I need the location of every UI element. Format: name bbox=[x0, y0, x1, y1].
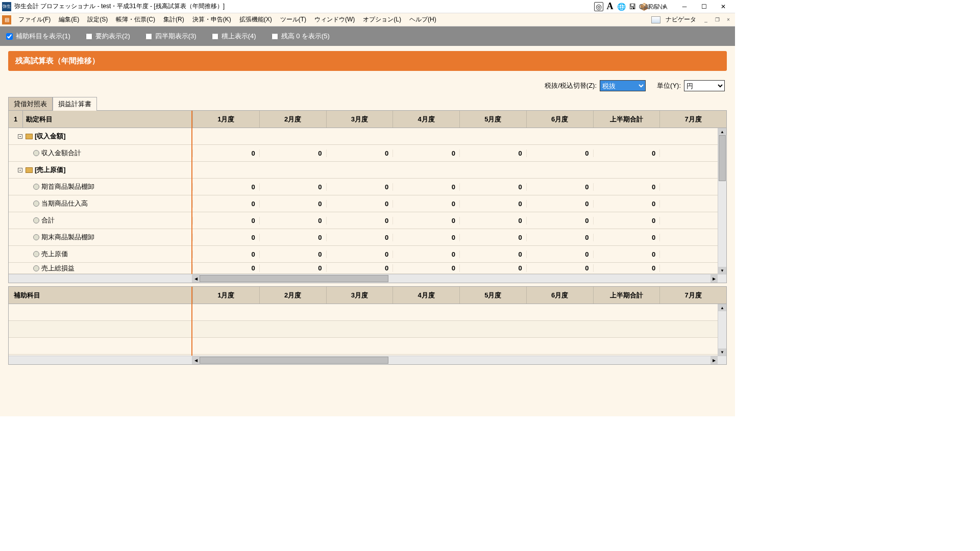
value-row: 00000000 bbox=[192, 195, 726, 212]
option-checkbox[interactable] bbox=[272, 33, 278, 40]
month-header: 6月度 bbox=[526, 111, 593, 128]
tax-toggle-label: 税抜/税込切替(Z): bbox=[545, 81, 597, 90]
tax-toggle-select[interactable]: 税抜 bbox=[600, 80, 646, 91]
maximize-button[interactable]: ☐ bbox=[694, 1, 714, 12]
value-row: 00000000 bbox=[192, 229, 726, 246]
value-cell: 0 bbox=[526, 264, 593, 272]
display-option[interactable]: 補助科目を表示(1) bbox=[6, 32, 70, 41]
value-cell: 0 bbox=[326, 264, 393, 272]
menu-item[interactable]: オプション(L) bbox=[359, 13, 405, 26]
mdi-minimize-button[interactable]: _ bbox=[701, 16, 710, 23]
account-label: 収入金額合計 bbox=[41, 148, 81, 158]
menu-item[interactable]: 決算・申告(K) bbox=[188, 13, 235, 26]
menu-item[interactable]: 拡張機能(X) bbox=[235, 13, 276, 26]
menu-item[interactable]: 集計(R) bbox=[159, 13, 188, 26]
hscroll-thumb[interactable] bbox=[200, 275, 388, 282]
option-checkbox[interactable] bbox=[86, 33, 92, 40]
value-cell: 0 bbox=[259, 264, 326, 272]
value-cell: 0 bbox=[526, 183, 593, 191]
menu-item[interactable]: ヘルプ(H) bbox=[405, 13, 440, 26]
mdi-restore-button[interactable]: ❐ bbox=[713, 16, 722, 23]
scroll-left-icon[interactable]: ◀ bbox=[192, 274, 200, 283]
value-cell: 0 bbox=[593, 217, 660, 224]
option-checkbox[interactable] bbox=[145, 33, 152, 40]
month-header: 4月度 bbox=[393, 111, 459, 128]
scroll-thumb[interactable] bbox=[719, 135, 726, 181]
scroll-up-icon[interactable]: ▲ bbox=[718, 128, 726, 135]
scroll-down-icon[interactable]: ▼ bbox=[718, 348, 726, 356]
value-cell: 0 bbox=[526, 149, 593, 157]
display-option[interactable]: 四半期表示(3) bbox=[145, 32, 197, 41]
value-cell: 0 bbox=[459, 149, 526, 157]
scroll-right-icon[interactable]: ▶ bbox=[710, 274, 718, 283]
hscroll-thumb[interactable] bbox=[200, 357, 388, 364]
circle-icon[interactable]: ◎ bbox=[594, 2, 603, 11]
value-row: 00000000 bbox=[192, 246, 726, 263]
main-vertical-scrollbar[interactable]: ▲ ▼ bbox=[718, 128, 726, 274]
display-option[interactable]: 残高 0 を表示(5) bbox=[272, 32, 330, 41]
tabs: 貸借対照表損益計算書 bbox=[8, 96, 727, 110]
tree-collapse-icon[interactable]: - bbox=[18, 168, 22, 172]
option-checkbox[interactable] bbox=[212, 33, 218, 40]
level-header[interactable]: 1 bbox=[9, 111, 23, 128]
display-option[interactable]: 要約表示(2) bbox=[86, 32, 130, 41]
menu-item[interactable]: ウィンドウ(W) bbox=[310, 13, 359, 26]
account-row[interactable]: 期首商品製品棚卸 bbox=[9, 179, 191, 195]
navigator-label[interactable]: ナビゲータ bbox=[663, 15, 699, 24]
value-cell: 0 bbox=[326, 251, 393, 258]
value-cell: 0 bbox=[259, 251, 326, 258]
mdi-close-button[interactable]: × bbox=[724, 16, 733, 23]
menu-item[interactable]: 設定(S) bbox=[83, 13, 112, 26]
menu-item[interactable]: ツール(T) bbox=[276, 13, 310, 26]
sub-horizontal-scrollbar[interactable]: ◀ ▶ bbox=[9, 356, 726, 364]
month-header: 2月度 bbox=[259, 287, 326, 304]
value-cell: 0 bbox=[459, 217, 526, 224]
month-header: 1月度 bbox=[192, 111, 259, 128]
sub-account-header: 補助科目 bbox=[9, 287, 191, 304]
value-cell: 0 bbox=[659, 217, 726, 224]
account-row[interactable]: -[売上原価] bbox=[9, 162, 191, 179]
value-cell: 0 bbox=[459, 264, 526, 272]
scroll-down-icon[interactable]: ▼ bbox=[718, 267, 726, 274]
save-icon[interactable]: 🖫 bbox=[628, 2, 637, 11]
menu-item[interactable]: 編集(E) bbox=[55, 13, 83, 26]
scroll-left-icon[interactable]: ◀ bbox=[192, 356, 200, 364]
account-label: [収入金額] bbox=[35, 132, 66, 141]
value-cell: 0 bbox=[259, 149, 326, 157]
menu-item[interactable]: ファイル(F) bbox=[14, 13, 55, 26]
value-cell: 0 bbox=[459, 234, 526, 241]
scroll-up-icon[interactable]: ▲ bbox=[718, 304, 726, 311]
account-row[interactable]: 売上総損益 bbox=[9, 263, 191, 274]
account-row[interactable]: 売上原価 bbox=[9, 246, 191, 263]
account-row[interactable]: 合計 bbox=[9, 212, 191, 229]
tree-collapse-icon[interactable]: - bbox=[18, 134, 22, 139]
value-row: 00000000 bbox=[192, 179, 726, 195]
value-cell: 0 bbox=[192, 264, 259, 272]
account-row[interactable]: 期末商品製品棚卸 bbox=[9, 229, 191, 246]
value-cell: 0 bbox=[526, 200, 593, 208]
account-item-icon bbox=[33, 265, 39, 271]
value-cell: 0 bbox=[659, 251, 726, 258]
tab-損益計算書[interactable]: 損益計算書 bbox=[53, 97, 97, 111]
menu-item[interactable]: 帳簿・伝票(C) bbox=[112, 13, 159, 26]
window-title: 弥生会計 プロフェッショナル - test・平成31年度 - [残高試算表（年間… bbox=[14, 2, 594, 11]
value-cell: 0 bbox=[526, 217, 593, 224]
scroll-right-icon[interactable]: ▶ bbox=[710, 356, 718, 364]
account-row[interactable]: -[収入金額] bbox=[9, 128, 191, 145]
value-cell: 0 bbox=[326, 200, 393, 208]
close-button[interactable]: ✕ bbox=[714, 1, 733, 12]
option-checkbox[interactable] bbox=[6, 33, 13, 40]
account-row[interactable]: 収入金額合計 bbox=[9, 145, 191, 162]
sub-vertical-scrollbar[interactable]: ▲ ▼ bbox=[718, 304, 726, 356]
minimize-button[interactable]: ─ bbox=[675, 1, 694, 12]
unit-select[interactable]: 円 bbox=[684, 80, 725, 91]
display-option[interactable]: 積上表示(4) bbox=[212, 32, 256, 41]
navigator-icon[interactable] bbox=[651, 16, 660, 23]
account-item-icon bbox=[33, 217, 39, 223]
tab-貸借対照表[interactable]: 貸借対照表 bbox=[8, 97, 53, 111]
main-horizontal-scrollbar[interactable]: ◀ ▶ bbox=[9, 274, 726, 283]
font-icon[interactable]: A bbox=[605, 2, 615, 11]
value-row bbox=[192, 128, 726, 145]
account-row[interactable]: 当期商品仕入高 bbox=[9, 195, 191, 212]
globe-icon[interactable]: 🌐 bbox=[617, 2, 626, 11]
